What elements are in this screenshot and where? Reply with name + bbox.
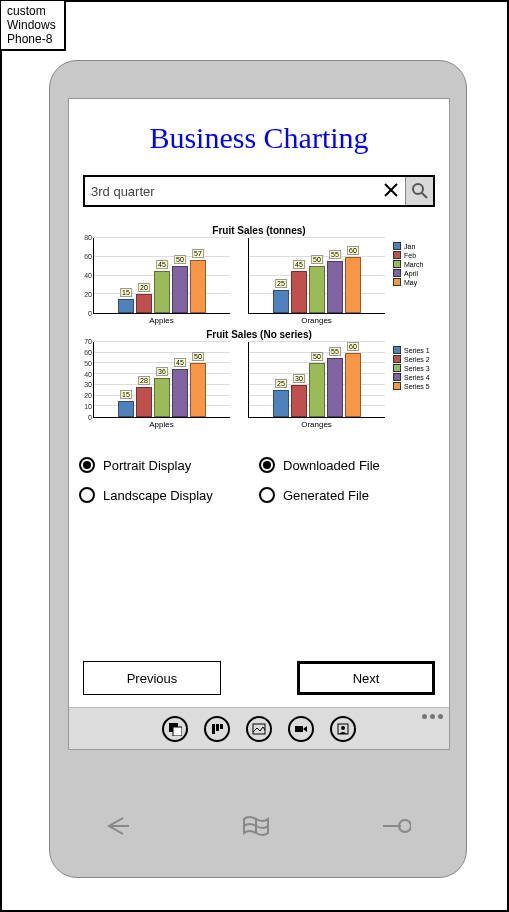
appbar-video-icon[interactable] [288,716,314,742]
bar-value-label: 60 [347,342,359,351]
page-title: Business Charting [69,99,449,167]
radio-portrait[interactable]: Portrait Display [79,457,259,473]
bar: 20 [136,294,152,313]
appbar-contact-icon[interactable] [330,716,356,742]
bar: 60 [345,257,361,313]
radio-label: Downloaded File [283,458,380,473]
bar: 25 [273,390,289,417]
bar: 55 [327,261,343,313]
windows-icon[interactable] [241,813,271,843]
svg-rect-6 [173,727,182,736]
chart-legend: Series 1Series 2Series 3Series 4Series 5 [389,342,443,429]
search-icon[interactable] [405,177,433,205]
search-input[interactable] [85,184,377,199]
radio-downloaded[interactable]: Downloaded File [259,457,439,473]
chart-plot: 2530505560 [248,342,385,418]
bar: 30 [291,385,307,417]
clear-icon[interactable] [377,180,405,203]
bar: 15 [118,401,134,417]
bar-value-label: 50 [192,352,204,361]
bar-value-label: 15 [120,288,132,297]
bar-value-label: 50 [311,352,323,361]
nav-buttons: Previous Next [83,661,435,695]
svg-rect-10 [253,724,265,734]
hardware-buttons [50,813,466,843]
bar-value-label: 25 [275,379,287,388]
chart-xlabel: Apples [93,420,230,429]
chart-row: 7060504030201001528364550Apples253050556… [73,342,445,429]
search-hw-icon[interactable] [381,816,411,840]
canvas: custom Windows Phone-8 Business Charting… [0,0,509,912]
radio-label: Landscape Display [103,488,213,503]
chart-title: Fruit Sales (No series) [73,329,445,340]
phone-frame: Business Charting Fruit Sales (tonnes)80… [49,60,467,878]
bar: 15 [118,299,134,313]
svg-point-3 [413,184,423,194]
chart-row: 8060402001520455057Apples2545505560Orang… [73,238,445,325]
radio-icon [259,457,275,473]
bar: 45 [154,271,170,313]
bar-value-label: 45 [156,260,168,269]
more-icon[interactable] [422,714,443,719]
chart-plot: 7060504030201001528364550 [93,342,230,418]
bar-value-label: 30 [293,374,305,383]
radio-generated[interactable]: Generated File [259,487,439,503]
bar-value-label: 36 [156,367,168,376]
chart-block: Fruit Sales (No series)70605040302010015… [73,329,445,429]
svg-point-14 [341,726,345,730]
svg-marker-12 [303,726,307,732]
radio-group: Portrait Display Downloaded File Landsca… [79,457,439,503]
bar-value-label: 20 [138,283,150,292]
search-bar [83,175,435,207]
radio-icon [259,487,275,503]
bar: 55 [327,358,343,417]
bar: 50 [309,266,325,313]
app-bar [69,707,449,749]
button-label: Previous [127,671,178,686]
bar-value-label: 50 [311,255,323,264]
appbar-add-icon[interactable] [162,716,188,742]
back-icon[interactable] [105,816,131,840]
bar: 28 [136,387,152,417]
bar: 25 [273,290,289,313]
bar-value-label: 60 [347,246,359,255]
radio-landscape[interactable]: Landscape Display [79,487,259,503]
bar: 36 [154,378,170,417]
radio-icon [79,487,95,503]
radio-icon [79,457,95,473]
bar-value-label: 45 [174,358,186,367]
svg-rect-7 [212,724,215,734]
appbar-align-icon[interactable] [204,716,230,742]
bar: 45 [291,271,307,313]
chart-plot: 8060402001520455057 [93,238,230,314]
chart-legend: JanFebMarchAprilMay [389,238,443,325]
chart-block: Fruit Sales (tonnes)8060402001520455057A… [73,225,445,325]
chart-region: Fruit Sales (tonnes)8060402001520455057A… [73,225,445,429]
wireframe-tab: custom Windows Phone-8 [2,2,16,24]
bar-value-label: 25 [275,279,287,288]
chart-plot: 2545505560 [248,238,385,314]
bar: 50 [172,266,188,313]
next-button[interactable]: Next [297,661,435,695]
bar-value-label: 28 [138,376,150,385]
bar-value-label: 55 [329,250,341,259]
bar: 50 [190,363,206,417]
bar-value-label: 57 [192,249,204,258]
bar-value-label: 15 [120,390,132,399]
bar-value-label: 55 [329,347,341,356]
wireframe-tab-label: custom Windows Phone-8 [7,4,56,46]
bar: 57 [190,260,206,313]
chart-title: Fruit Sales (tonnes) [73,225,445,236]
chart-xlabel: Oranges [248,420,385,429]
bar: 45 [172,369,188,417]
bar: 50 [309,363,325,417]
svg-rect-8 [216,724,219,731]
appbar-image-icon[interactable] [246,716,272,742]
bar: 60 [345,353,361,417]
radio-label: Generated File [283,488,369,503]
button-label: Next [353,671,380,686]
previous-button[interactable]: Previous [83,661,221,695]
radio-label: Portrait Display [103,458,191,473]
bar-value-label: 50 [174,255,186,264]
svg-line-4 [422,193,427,198]
